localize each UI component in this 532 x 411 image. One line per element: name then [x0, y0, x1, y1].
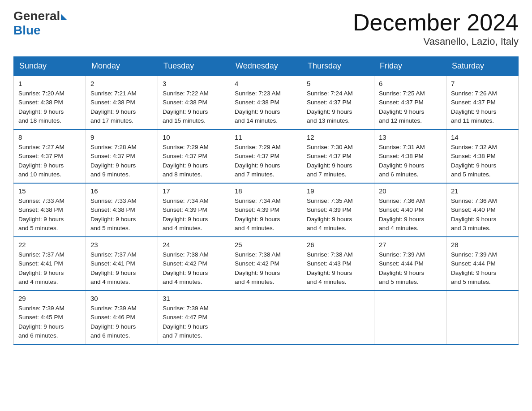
- day-info: Sunrise: 7:39 AMSunset: 4:44 PMDaylight:…: [451, 250, 514, 287]
- day-info: Sunrise: 7:27 AMSunset: 4:37 PMDaylight:…: [18, 143, 81, 179]
- day-number: 28: [451, 241, 514, 248]
- day-info: Sunrise: 7:26 AMSunset: 4:37 PMDaylight:…: [451, 89, 514, 125]
- week-row-5: 29Sunrise: 7:39 AMSunset: 4:45 PMDayligh…: [14, 291, 519, 344]
- day-info: Sunrise: 7:39 AMSunset: 4:46 PMDaylight:…: [90, 304, 153, 340]
- day-number: 27: [379, 241, 442, 248]
- calendar-table: SundayMondayTuesdayWednesdayThursdayFrid…: [13, 56, 519, 345]
- day-number: 5: [307, 80, 369, 87]
- day-info: Sunrise: 7:39 AMSunset: 4:47 PMDaylight:…: [163, 304, 225, 340]
- week-row-4: 22Sunrise: 7:37 AMSunset: 4:41 PMDayligh…: [14, 237, 519, 291]
- day-number: 31: [163, 295, 225, 302]
- day-info: Sunrise: 7:35 AMSunset: 4:39 PMDaylight:…: [307, 197, 369, 233]
- days-header-row: SundayMondayTuesdayWednesdayThursdayFrid…: [14, 57, 519, 76]
- day-info: Sunrise: 7:33 AMSunset: 4:38 PMDaylight:…: [90, 197, 153, 233]
- calendar-cell: 16Sunrise: 7:33 AMSunset: 4:38 PMDayligh…: [86, 183, 158, 237]
- calendar-cell: 26Sunrise: 7:38 AMSunset: 4:43 PMDayligh…: [302, 237, 374, 291]
- day-number: 12: [307, 133, 369, 141]
- week-row-2: 8Sunrise: 7:27 AMSunset: 4:37 PMDaylight…: [14, 129, 519, 183]
- day-info: Sunrise: 7:33 AMSunset: 4:38 PMDaylight:…: [18, 197, 81, 233]
- day-number: 21: [451, 187, 514, 195]
- day-info: Sunrise: 7:25 AMSunset: 4:37 PMDaylight:…: [379, 89, 442, 125]
- day-info: Sunrise: 7:39 AMSunset: 4:45 PMDaylight:…: [18, 304, 81, 340]
- day-number: 9: [90, 133, 153, 141]
- day-info: Sunrise: 7:29 AMSunset: 4:37 PMDaylight:…: [163, 143, 225, 179]
- calendar-cell: [374, 291, 446, 344]
- day-number: 17: [163, 187, 225, 195]
- day-number: 24: [163, 241, 225, 248]
- calendar-cell: 5Sunrise: 7:24 AMSunset: 4:37 PMDaylight…: [302, 76, 374, 129]
- calendar-cell: 22Sunrise: 7:37 AMSunset: 4:41 PMDayligh…: [14, 237, 86, 291]
- day-number: 3: [163, 80, 225, 87]
- calendar-cell: 18Sunrise: 7:34 AMSunset: 4:39 PMDayligh…: [230, 183, 302, 237]
- day-info: Sunrise: 7:38 AMSunset: 4:42 PMDaylight:…: [163, 250, 225, 287]
- day-number: 15: [18, 187, 81, 195]
- month-title: December 2024: [353, 9, 519, 36]
- day-number: 6: [379, 80, 442, 87]
- calendar-cell: 24Sunrise: 7:38 AMSunset: 4:42 PMDayligh…: [158, 237, 230, 291]
- day-number: 26: [307, 241, 369, 248]
- day-info: Sunrise: 7:36 AMSunset: 4:40 PMDaylight:…: [379, 197, 442, 233]
- day-header-monday: Monday: [86, 57, 158, 76]
- day-number: 19: [307, 187, 369, 195]
- day-header-wednesday: Wednesday: [230, 57, 302, 76]
- day-info: Sunrise: 7:31 AMSunset: 4:38 PMDaylight:…: [379, 143, 442, 179]
- calendar-cell: 29Sunrise: 7:39 AMSunset: 4:45 PMDayligh…: [14, 291, 86, 344]
- calendar-cell: 3Sunrise: 7:22 AMSunset: 4:38 PMDaylight…: [158, 76, 230, 129]
- day-info: Sunrise: 7:23 AMSunset: 4:38 PMDaylight:…: [235, 89, 297, 125]
- day-info: Sunrise: 7:34 AMSunset: 4:39 PMDaylight:…: [163, 197, 225, 233]
- calendar-cell: 17Sunrise: 7:34 AMSunset: 4:39 PMDayligh…: [158, 183, 230, 237]
- day-info: Sunrise: 7:37 AMSunset: 4:41 PMDaylight:…: [90, 250, 153, 287]
- day-number: 10: [163, 133, 225, 141]
- day-info: Sunrise: 7:38 AMSunset: 4:43 PMDaylight:…: [307, 250, 369, 287]
- day-number: 8: [18, 133, 81, 141]
- calendar-cell: 13Sunrise: 7:31 AMSunset: 4:38 PMDayligh…: [374, 129, 446, 183]
- day-header-sunday: Sunday: [14, 57, 86, 76]
- calendar-cell: 10Sunrise: 7:29 AMSunset: 4:37 PMDayligh…: [158, 129, 230, 183]
- day-header-thursday: Thursday: [302, 57, 374, 76]
- calendar-cell: 14Sunrise: 7:32 AMSunset: 4:38 PMDayligh…: [446, 129, 519, 183]
- day-info: Sunrise: 7:22 AMSunset: 4:38 PMDaylight:…: [163, 89, 225, 125]
- week-row-1: 1Sunrise: 7:20 AMSunset: 4:38 PMDaylight…: [14, 76, 519, 129]
- calendar-cell: 23Sunrise: 7:37 AMSunset: 4:41 PMDayligh…: [86, 237, 158, 291]
- day-header-friday: Friday: [374, 57, 446, 76]
- day-number: 18: [235, 187, 297, 195]
- day-number: 25: [235, 241, 297, 248]
- logo-blue-text: Blue: [13, 23, 41, 38]
- day-number: 30: [90, 295, 153, 302]
- day-info: Sunrise: 7:34 AMSunset: 4:39 PMDaylight:…: [235, 197, 297, 233]
- day-info: Sunrise: 7:29 AMSunset: 4:37 PMDaylight:…: [235, 143, 297, 179]
- title-area: December 2024 Vasanello, Lazio, Italy: [353, 9, 519, 47]
- day-number: 14: [451, 133, 514, 141]
- page-header: General Blue December 2024 Vasanello, La…: [13, 9, 519, 47]
- calendar-cell: 8Sunrise: 7:27 AMSunset: 4:37 PMDaylight…: [14, 129, 86, 183]
- calendar-cell: [230, 291, 302, 344]
- calendar-cell: 11Sunrise: 7:29 AMSunset: 4:37 PMDayligh…: [230, 129, 302, 183]
- day-info: Sunrise: 7:39 AMSunset: 4:44 PMDaylight:…: [379, 250, 442, 287]
- day-number: 29: [18, 295, 81, 302]
- day-header-saturday: Saturday: [446, 57, 519, 76]
- calendar-cell: 27Sunrise: 7:39 AMSunset: 4:44 PMDayligh…: [374, 237, 446, 291]
- day-info: Sunrise: 7:21 AMSunset: 4:38 PMDaylight:…: [90, 89, 153, 125]
- calendar-cell: 25Sunrise: 7:38 AMSunset: 4:42 PMDayligh…: [230, 237, 302, 291]
- calendar-cell: 7Sunrise: 7:26 AMSunset: 4:37 PMDaylight…: [446, 76, 519, 129]
- day-number: 16: [90, 187, 153, 195]
- calendar-cell: 4Sunrise: 7:23 AMSunset: 4:38 PMDaylight…: [230, 76, 302, 129]
- day-info: Sunrise: 7:37 AMSunset: 4:41 PMDaylight:…: [18, 250, 81, 287]
- day-info: Sunrise: 7:38 AMSunset: 4:42 PMDaylight:…: [235, 250, 297, 287]
- day-number: 7: [451, 80, 514, 87]
- calendar-cell: 20Sunrise: 7:36 AMSunset: 4:40 PMDayligh…: [374, 183, 446, 237]
- day-info: Sunrise: 7:28 AMSunset: 4:37 PMDaylight:…: [90, 143, 153, 179]
- day-number: 20: [379, 187, 442, 195]
- day-info: Sunrise: 7:30 AMSunset: 4:37 PMDaylight:…: [307, 143, 369, 179]
- day-info: Sunrise: 7:20 AMSunset: 4:38 PMDaylight:…: [18, 89, 81, 125]
- calendar-cell: 12Sunrise: 7:30 AMSunset: 4:37 PMDayligh…: [302, 129, 374, 183]
- logo-general-text: General: [13, 9, 60, 23]
- day-number: 22: [18, 241, 81, 248]
- day-number: 1: [18, 80, 81, 87]
- day-number: 13: [379, 133, 442, 141]
- day-number: 4: [235, 80, 297, 87]
- calendar-cell: [446, 291, 519, 344]
- day-info: Sunrise: 7:24 AMSunset: 4:37 PMDaylight:…: [307, 89, 369, 125]
- day-info: Sunrise: 7:32 AMSunset: 4:38 PMDaylight:…: [451, 143, 514, 179]
- calendar-cell: 9Sunrise: 7:28 AMSunset: 4:37 PMDaylight…: [86, 129, 158, 183]
